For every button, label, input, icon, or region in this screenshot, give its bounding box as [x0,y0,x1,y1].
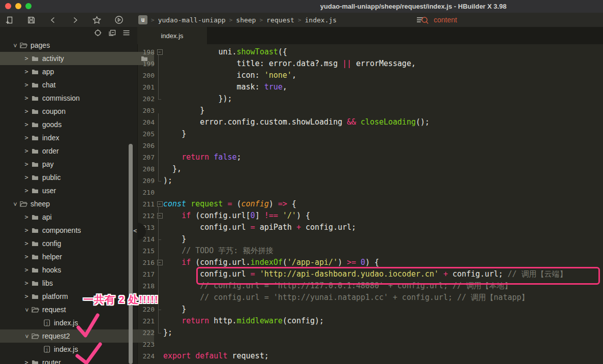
breadcrumb-item[interactable]: yudao-mall-uniapp [158,16,226,24]
tree-item-chat[interactable]: >chat [0,78,154,92]
new-file-button[interactable] [5,16,14,24]
chevron-right-icon[interactable]: > [23,187,30,194]
tree-item-pages[interactable]: >pages [0,39,142,52]
sidebar-scrollbar[interactable] [129,144,133,364]
js-file-icon: j [42,346,52,353]
chevron-right-icon[interactable]: > [23,293,30,300]
code-line-204[interactable]: 204 error.config.custom.showLoading && c… [137,116,603,128]
locate-file-icon[interactable] [94,29,102,37]
chevron-right-icon[interactable]: > [23,214,30,221]
code-line-207[interactable]: 207 return false; [137,151,603,163]
code-line-210[interactable]: 210 [137,187,603,198]
code-line-211[interactable]: 211−const request = (config) => { [137,198,603,210]
code-line-205[interactable]: 205 } [137,128,603,140]
code-text: export default request; [163,350,269,362]
code-line-215[interactable]: 215 // TODO 芋艿: 额外拼接 [137,245,603,257]
code-line-221[interactable]: 221 return http.middleware(config); [137,315,603,327]
zoom-button[interactable] [25,3,32,9]
code-line-201[interactable]: 201 mask: true, [137,81,603,93]
chevron-right-icon[interactable]: > [23,121,30,128]
chevron-right-icon[interactable]: > [23,359,30,364]
chevron-right-icon[interactable]: > [23,174,30,181]
code-line-200[interactable]: 200 icon: 'none', [137,70,603,81]
code-line-213[interactable]: 213 config.url = apiPath + config.url; [137,222,603,233]
chevron-right-icon[interactable]: > [23,161,30,168]
code-line-220[interactable]: 220 } [137,304,603,315]
code-line-222[interactable]: 222}; [137,327,603,339]
project-icon: u [138,15,147,24]
minimize-button[interactable] [15,3,21,9]
code-text: ); [163,175,172,187]
fold-marker-icon[interactable]: − [156,201,163,207]
code-line-199[interactable]: 199 title: error.data?.msg || errorMessa… [137,58,603,70]
back-button[interactable] [49,16,57,24]
breadcrumb: >yudao-mall-uniapp>sheep>request>index.j… [147,16,337,24]
chevron-right-icon[interactable]: > [23,55,30,62]
collapse-all-icon[interactable] [108,29,116,37]
search-input[interactable]: content [416,13,457,27]
code-line-216[interactable]: 216− if (config.url.indexOf('/app-api/')… [137,257,603,268]
favorite-button[interactable] [93,16,101,24]
code-line-208[interactable]: 208 }, [137,163,603,175]
line-number: 200 [137,70,156,81]
close-button[interactable] [5,3,11,9]
code-line-206[interactable]: 206 [137,140,603,151]
tree-item-app[interactable]: >app [0,65,154,78]
chevron-right-icon[interactable]: > [23,147,30,155]
run-icon [114,15,123,24]
code-line-223[interactable]: 223 [137,339,603,350]
chevron-down-icon[interactable]: > [23,333,31,340]
chevron-down-icon[interactable]: > [12,201,19,208]
tab-index-js[interactable]: index.js [137,27,207,44]
tree-item-label: sheep [31,200,50,208]
chevron-down-icon[interactable]: > [12,42,19,49]
code-line-214[interactable]: 214 } [137,233,603,245]
chevron-right-icon[interactable]: > [23,134,30,141]
fold-marker-icon[interactable]: − [156,260,163,265]
code-line-202[interactable]: 202 }); [137,93,603,105]
code-line-219[interactable]: 219 // config.url = 'http://yunai.natapp… [137,292,603,304]
save-button[interactable] [27,16,36,24]
breadcrumb-item[interactable]: request [266,16,294,24]
run-button[interactable] [114,16,123,24]
chevron-right-icon[interactable]: > [23,81,30,88]
breadcrumb-item[interactable]: index.js [305,16,337,24]
code-line-218[interactable]: 218 // config.url = 'http://127.0.0.1:48… [137,280,603,292]
chevron-right-icon[interactable]: > [23,95,30,102]
tree-item-label: pay [42,160,54,168]
code-text: error.config.custom.showLoading && close… [163,116,430,128]
code-line-198[interactable]: 198− uni.showToast({ [137,46,603,58]
code-line-209[interactable]: 209); [137,175,603,187]
chevron-right-icon[interactable]: > [23,108,30,115]
chevron-right-icon[interactable]: > [23,253,30,260]
chevron-right-icon[interactable]: > [23,227,30,234]
tree-item-goods[interactable]: >goods [0,118,154,131]
fold-collapse-icon: − [157,201,163,207]
tree-item-sheep[interactable]: >sheep [0,197,142,210]
tree-item-label: api [42,213,52,221]
chevron-right-icon[interactable]: > [23,280,30,287]
fold-marker-icon[interactable]: − [156,49,163,55]
code-line-224[interactable]: 224export default request; [137,350,603,362]
chevron-right-icon[interactable]: > [23,240,30,247]
menu-icon[interactable] [123,29,130,37]
tree-item-coupon[interactable]: >coupon [0,105,154,118]
chevron-right-icon[interactable]: > [23,68,30,75]
code-line-203[interactable]: 203 } [137,105,603,116]
tree-item-index[interactable]: >index [0,131,154,144]
tree-item-activity[interactable]: >activity [0,52,154,65]
code-line-212[interactable]: 212− if (config.url[0] !== '/') { [137,210,603,222]
code-area[interactable]: 198− uni.showToast({199 title: error.dat… [137,44,603,362]
line-number: 208 [137,163,156,175]
chevron-right-icon[interactable]: > [23,266,30,274]
breadcrumb-item[interactable]: sheep [236,16,256,24]
forward-button[interactable] [71,16,79,24]
tree-item-commission[interactable]: >commission [0,92,154,105]
line-number: 203 [137,105,156,116]
fold-marker-icon[interactable]: − [156,213,163,219]
chevron-down-icon[interactable]: > [23,307,31,314]
code-text: // config.url = 'http://127.0.0.1:48080'… [163,280,512,292]
code-line-217[interactable]: 217 config.url = 'http://api-dashboard.y… [137,268,603,280]
code-text: config.url = apiPath + config.url; [163,222,356,233]
tab-strip: index.js [137,27,603,44]
